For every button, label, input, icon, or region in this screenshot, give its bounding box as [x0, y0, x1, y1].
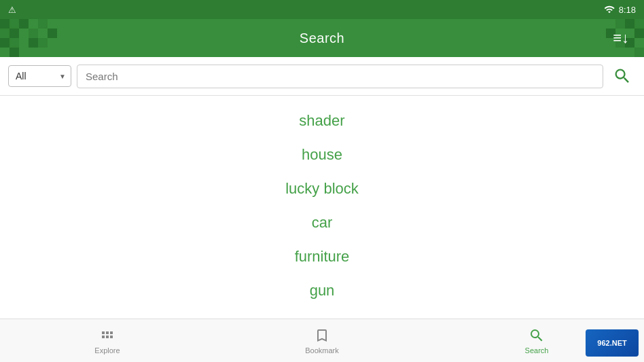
search-input-wrapper [77, 65, 603, 88]
status-icons: 8:18 [604, 4, 636, 15]
suggestion-item[interactable]: car [0, 206, 644, 240]
search-submit-button[interactable] [609, 62, 636, 90]
svg-rect-22 [634, 48, 644, 57]
search-nav-icon [529, 327, 545, 344]
svg-rect-18 [634, 29, 644, 38]
nav-item-explore[interactable]: Explore [0, 319, 215, 362]
status-time: 8:18 [619, 5, 636, 15]
pixel-deco-left [0, 19, 95, 57]
search-row: All Mods Maps Skins Shaders Textures [0, 57, 644, 96]
bottom-nav: Explore Bookmark Search [0, 319, 644, 362]
warning-icon: ⚠ [8, 5, 16, 15]
nav-item-bookmark[interactable]: Bookmark [215, 319, 429, 362]
svg-rect-0 [0, 19, 10, 29]
status-bar: ⚠ 8:18 [0, 0, 644, 19]
app-bar-actions: ≡↓ [607, 26, 634, 50]
suggestion-item[interactable]: house [0, 138, 644, 172]
watermark: 962.NET [586, 329, 639, 357]
filter-select-wrapper[interactable]: All Mods Maps Skins Shaders Textures [8, 65, 71, 87]
suggestion-item[interactable]: lucky block [0, 172, 644, 206]
svg-rect-10 [10, 48, 19, 57]
svg-rect-15 [634, 19, 644, 29]
app-bar: Search ≡↓ [0, 19, 644, 57]
watermark-text: 962.NET [597, 339, 626, 347]
suggestion-item[interactable]: shader [0, 104, 644, 138]
search-submit-icon [613, 67, 632, 86]
status-bar-left: ⚠ [8, 0, 16, 19]
filter-select[interactable]: All Mods Maps Skins Shaders Textures [8, 65, 71, 87]
svg-rect-11 [38, 19, 48, 29]
svg-rect-1 [10, 19, 19, 29]
svg-rect-12 [48, 29, 57, 38]
svg-rect-8 [10, 38, 19, 48]
svg-rect-5 [19, 29, 29, 38]
svg-rect-4 [10, 29, 19, 38]
svg-rect-3 [0, 29, 10, 38]
bookmark-icon [314, 327, 330, 344]
suggestion-item[interactable]: furniture [0, 240, 644, 274]
explore-icon [99, 327, 115, 344]
app-bar-title: Search [300, 31, 344, 46]
sort-button[interactable]: ≡↓ [607, 26, 634, 50]
nav-search-label: Search [525, 346, 549, 355]
svg-rect-9 [29, 38, 38, 48]
svg-rect-2 [19, 19, 29, 29]
svg-rect-6 [29, 29, 38, 38]
nav-bookmark-label: Bookmark [305, 346, 339, 355]
suggestion-item[interactable]: gun [0, 274, 644, 308]
nav-explore-label: Explore [94, 346, 120, 355]
svg-rect-7 [0, 38, 10, 48]
search-input[interactable] [77, 65, 603, 88]
wifi-icon [604, 4, 615, 15]
svg-rect-13 [38, 38, 48, 48]
